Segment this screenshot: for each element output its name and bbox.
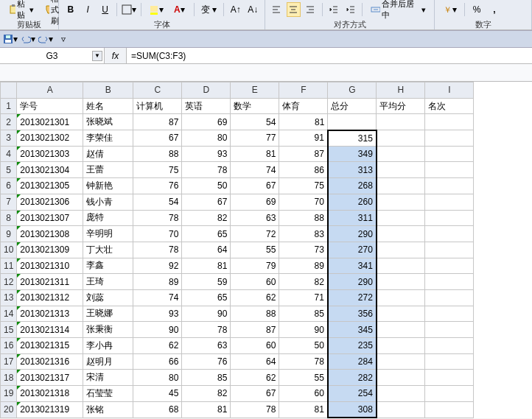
paste-button[interactable]: 粘贴▾ — [4, 2, 38, 17]
col-header-A[interactable]: A — [17, 82, 83, 99]
cell[interactable]: 刘蕊 — [83, 289, 133, 306]
cell[interactable] — [425, 226, 474, 242]
cell[interactable] — [425, 306, 474, 322]
cell[interactable]: 308 — [328, 401, 377, 418]
row-header-5[interactable]: 5 — [1, 162, 17, 178]
row-header-6[interactable]: 6 — [1, 178, 17, 194]
name-box[interactable]: G3 ▼ — [0, 48, 105, 63]
cell[interactable] — [377, 194, 425, 210]
header-cell[interactable]: 总分 — [328, 98, 377, 114]
cell[interactable]: 79 — [231, 258, 279, 274]
col-header-D[interactable]: D — [182, 82, 231, 99]
header-cell[interactable]: 体育 — [279, 98, 328, 114]
cell[interactable]: 60 — [231, 274, 279, 290]
align-right-button[interactable] — [304, 2, 318, 17]
cell[interactable]: 75 — [279, 178, 328, 194]
cell[interactable]: 89 — [279, 258, 328, 274]
row-header-11[interactable]: 11 — [1, 258, 17, 274]
cell[interactable]: 268 — [328, 178, 377, 194]
row-header-14[interactable]: 14 — [1, 306, 17, 322]
col-header-F[interactable]: F — [279, 82, 328, 99]
cell[interactable]: 69 — [231, 194, 279, 210]
cell[interactable]: 62 — [133, 338, 182, 354]
header-cell[interactable]: 计算机 — [133, 98, 182, 114]
cell[interactable]: 石莹莹 — [83, 386, 133, 402]
row-header-9[interactable]: 9 — [1, 226, 17, 242]
header-cell[interactable]: 英语 — [182, 98, 231, 114]
cell[interactable]: 2013021305 — [17, 178, 83, 194]
cell[interactable]: 李荣佳 — [83, 130, 133, 147]
fx-button[interactable]: fx — [105, 48, 127, 63]
cell[interactable]: 2013021301 — [17, 114, 83, 130]
cell[interactable] — [377, 114, 425, 130]
cell[interactable]: 王琦 — [83, 274, 133, 290]
cell[interactable]: 2013021313 — [17, 306, 83, 322]
cell[interactable]: 88 — [231, 306, 279, 322]
cell[interactable]: 2013021308 — [17, 226, 83, 242]
cell[interactable] — [425, 353, 474, 370]
cell[interactable]: 63 — [182, 338, 231, 354]
cell[interactable]: 82 — [182, 210, 231, 226]
cell[interactable] — [425, 370, 474, 386]
cell[interactable]: 313 — [328, 162, 377, 178]
header-cell[interactable]: 学号 — [17, 98, 83, 114]
row-header-8[interactable]: 8 — [1, 210, 17, 226]
cell[interactable]: 2013021309 — [17, 242, 83, 258]
cell[interactable]: 86 — [279, 162, 328, 178]
cell[interactable]: 235 — [328, 338, 377, 354]
cell[interactable]: 62 — [231, 289, 279, 306]
cell[interactable]: 64 — [231, 353, 279, 370]
cell[interactable] — [425, 386, 474, 402]
cell[interactable]: 78 — [231, 401, 279, 418]
cell[interactable]: 2013021315 — [17, 338, 83, 354]
row-header-2[interactable]: 2 — [1, 114, 17, 130]
cell[interactable]: 83 — [279, 226, 328, 242]
cell[interactable]: 67 — [231, 178, 279, 194]
cell[interactable]: 李小冉 — [83, 338, 133, 354]
row-header-1[interactable]: 1 — [1, 98, 17, 114]
row-header-20[interactable]: 20 — [1, 401, 17, 418]
cell[interactable]: 76 — [133, 178, 182, 194]
cell[interactable]: 2013021311 — [17, 274, 83, 290]
cell[interactable] — [328, 114, 377, 130]
col-header-C[interactable]: C — [133, 82, 182, 99]
cell[interactable]: 55 — [231, 242, 279, 258]
cell[interactable]: 290 — [328, 226, 377, 242]
row-header-3[interactable]: 3 — [1, 130, 17, 147]
cell[interactable]: 钟新艳 — [83, 178, 133, 194]
cell[interactable]: 2013021306 — [17, 194, 83, 210]
undo-button[interactable]: ▾ — [21, 32, 35, 46]
cell[interactable]: 70 — [279, 194, 328, 210]
cell[interactable]: 85 — [182, 370, 231, 386]
cell[interactable]: 71 — [279, 289, 328, 306]
cell[interactable]: 66 — [133, 353, 182, 370]
cell[interactable] — [425, 338, 474, 354]
cell[interactable] — [425, 194, 474, 210]
cell[interactable]: 80 — [133, 370, 182, 386]
align-left-button[interactable] — [270, 2, 284, 17]
cell[interactable]: 2013021314 — [17, 322, 83, 338]
row-header-4[interactable]: 4 — [1, 146, 17, 162]
comma-button[interactable]: , — [487, 2, 502, 17]
cell[interactable]: 92 — [133, 258, 182, 274]
cell[interactable]: 赵倩 — [83, 146, 133, 162]
cell[interactable]: 290 — [328, 274, 377, 290]
decrease-indent-button[interactable] — [327, 2, 341, 17]
cell[interactable]: 65 — [182, 289, 231, 306]
cell[interactable]: 82 — [182, 386, 231, 402]
col-header-G[interactable]: G — [328, 82, 377, 99]
cell[interactable]: 75 — [133, 162, 182, 178]
cell[interactable]: 73 — [279, 242, 328, 258]
cell[interactable] — [425, 242, 474, 258]
cell[interactable]: 张晓斌 — [83, 114, 133, 130]
percent-button[interactable]: % — [469, 2, 484, 17]
cell[interactable] — [425, 289, 474, 306]
underline-button[interactable]: U — [98, 2, 112, 17]
cell[interactable]: 2013021312 — [17, 289, 83, 306]
cell[interactable]: 65 — [182, 226, 231, 242]
cell[interactable]: 60 — [279, 386, 328, 402]
cell[interactable]: 80 — [182, 130, 231, 147]
cell[interactable]: 78 — [279, 353, 328, 370]
cell[interactable]: 282 — [328, 370, 377, 386]
cell[interactable]: 67 — [182, 194, 231, 210]
